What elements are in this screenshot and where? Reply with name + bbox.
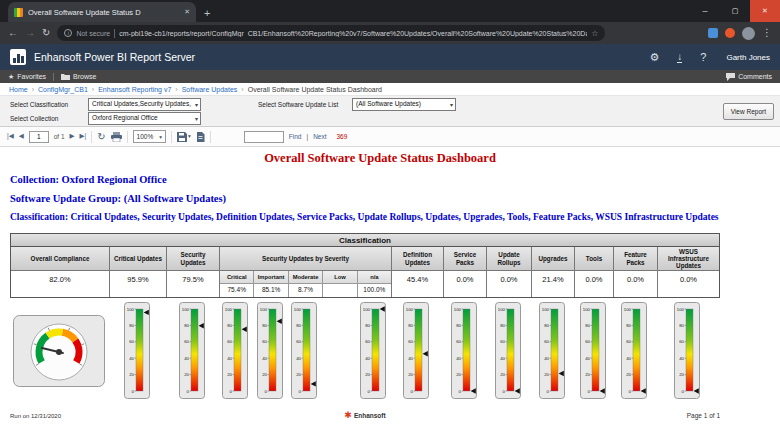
gauge-slot: 100806040200 (485, 302, 530, 406)
svg-text:80: 80 (296, 323, 301, 328)
comments-button[interactable]: Comments (726, 73, 772, 81)
page-number-input[interactable] (29, 131, 49, 143)
gauge-cell: 100806040200 (356, 302, 390, 399)
refresh-report-icon[interactable]: ↻ (97, 132, 105, 142)
gauge-cell: 100806040200 (252, 302, 286, 399)
breadcrumb-home[interactable]: Home (9, 86, 28, 93)
tab-close-icon[interactable]: ✕ (184, 8, 190, 16)
browser-menu-kebab-icon[interactable]: ⋮ (762, 28, 772, 38)
gauge-slot: 100806040200 (390, 302, 442, 406)
severity-value (323, 284, 356, 296)
tab-title: Overall Software Update Status D (28, 8, 179, 17)
forward-icon[interactable]: → (25, 28, 35, 38)
help-icon[interactable]: ? (700, 52, 706, 63)
svg-text:20: 20 (456, 372, 461, 377)
gauge-slot-severity: 100806040200 100806040200 100806040200 (218, 302, 390, 406)
report-title: Overall Software Update Status Dashboard (10, 151, 750, 166)
software-update-list-dropdown[interactable]: (All Software Updates) ▾ (352, 98, 456, 111)
breadcrumb-enhansoft-reporting[interactable]: Enhansoft Reporting v7 (98, 86, 171, 93)
gauge-slot: 100806040200 (530, 302, 573, 406)
gauges-row: 100806040200 100806040200 100806040200 (10, 302, 720, 406)
view-report-button[interactable]: View Report (723, 103, 774, 120)
column-header: Feature Packs (614, 247, 657, 271)
svg-text:40: 40 (184, 356, 189, 361)
bookmark-star-icon[interactable]: ☆ (591, 29, 598, 38)
first-page-icon[interactable]: |◀ (7, 133, 14, 140)
svg-text:40: 40 (544, 356, 549, 361)
collection-dropdown[interactable]: Oxford Regional Office ▾ (88, 112, 201, 125)
close-button[interactable]: ✕ (750, 0, 780, 22)
column-update-rollups: Update Rollups0.0% (486, 247, 531, 297)
minimize-button[interactable]: ─ (690, 0, 720, 22)
svg-text:100: 100 (624, 307, 632, 312)
url-bar[interactable]: i Not secure cm-pbi19e-cb1/reports/repor… (57, 25, 605, 41)
svg-text:80: 80 (626, 323, 631, 328)
url-divider (114, 29, 115, 38)
find-next-button[interactable]: Next (313, 133, 326, 140)
breadcrumb: Home › ConfigMgr_CB1 › Enhansoft Reporti… (0, 83, 780, 96)
enhansoft-logo: ✱ Enhansoft (344, 411, 385, 420)
svg-text:100: 100 (181, 307, 189, 312)
breadcrumb-software-updates[interactable]: Software Updates (182, 86, 238, 93)
maximize-button[interactable]: ▢ (720, 0, 750, 22)
new-tab-button[interactable]: + (204, 7, 210, 19)
previous-page-icon[interactable]: ◀ (19, 133, 24, 140)
svg-text:40: 40 (585, 356, 590, 361)
column-critical-updates: Critical Updates95.9% (109, 247, 166, 297)
vertical-gauge: 100806040200 (179, 302, 205, 399)
find-input[interactable] (244, 131, 284, 143)
svg-text:60: 60 (500, 339, 505, 344)
star-icon: ★ (8, 73, 14, 81)
info-icon[interactable]: i (64, 29, 72, 37)
update-list-param-label: Select Software Update List (258, 101, 338, 108)
favorites-tab[interactable]: ★ Favorites (8, 73, 46, 81)
find-button[interactable]: Find (289, 133, 302, 140)
software-update-group-line: Software Update Group: (All Software Upd… (10, 193, 780, 204)
extension-icon-2[interactable] (725, 28, 735, 38)
classification-dropdown[interactable]: Critical Updates,Security Updates, ▾ (88, 98, 201, 111)
svg-text:60: 60 (408, 339, 413, 344)
browser-tab[interactable]: Overall Software Update Status D ✕ (8, 2, 196, 22)
svg-text:60: 60 (227, 339, 232, 344)
report-footer: Run on 12/31/2020 ✱ Enhansoft Page 1 of … (10, 411, 720, 420)
column-header: Definition Updates (392, 247, 443, 271)
profile-avatar[interactable] (742, 27, 755, 40)
gauge-slot: 100806040200 (656, 302, 718, 406)
user-name[interactable]: Garth Jones (726, 53, 770, 62)
settings-gear-icon[interactable]: ⚙ (649, 52, 659, 63)
software-update-list-dropdown-value: (All Software Updates) (356, 100, 421, 107)
toolbar-divider (210, 131, 211, 143)
print-icon[interactable] (111, 132, 122, 142)
print-layout-button[interactable] (196, 132, 205, 142)
breadcrumb-configmgr[interactable]: ConfigMgr_CB1 (38, 86, 88, 93)
gauge-slot: 100806040200 (442, 302, 485, 406)
download-icon[interactable]: ↓ (677, 52, 682, 63)
app-logo-icon[interactable] (10, 49, 26, 65)
back-icon[interactable]: ← (8, 28, 18, 38)
svg-text:20: 20 (585, 372, 590, 377)
severity-header: Moderate (289, 271, 322, 284)
svg-text:80: 80 (365, 323, 370, 328)
next-page-icon[interactable]: ▶ (70, 133, 75, 140)
reload-icon[interactable]: ↻ (42, 28, 50, 38)
svg-text:20: 20 (184, 372, 189, 377)
save-floppy-icon (177, 132, 187, 142)
svg-text:40: 40 (456, 356, 461, 361)
vertical-gauge: 100806040200 (222, 302, 248, 399)
export-button[interactable]: ▾ (177, 132, 191, 142)
severity-header: n/a (358, 271, 391, 284)
not-secure-label: Not secure (76, 30, 110, 37)
zoom-select[interactable]: 100% ▾ (133, 130, 166, 143)
column-header: Critical Updates (110, 247, 166, 271)
red-badge: 369 (337, 133, 348, 140)
severity-column: n/a100.0% (357, 271, 391, 297)
svg-text:60: 60 (626, 339, 631, 344)
last-page-icon[interactable]: ▶| (80, 133, 87, 140)
toolbar-divider (127, 131, 128, 143)
column-header: WSUS Infrastructure Updates (658, 247, 719, 271)
svg-text:40: 40 (296, 356, 301, 361)
extension-icon[interactable] (708, 28, 718, 38)
browse-tab[interactable]: Browse (61, 73, 96, 80)
svg-text:80: 80 (129, 323, 134, 328)
gauge-wrap (13, 315, 105, 391)
